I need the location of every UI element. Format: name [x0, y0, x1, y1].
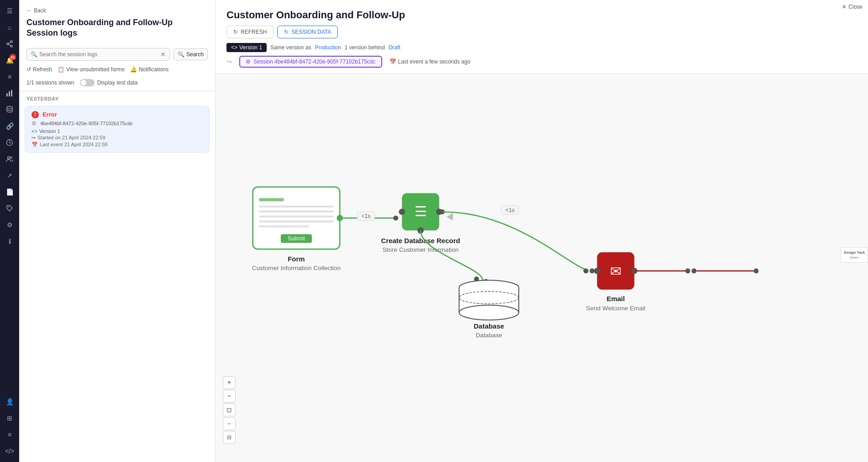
email-node[interactable]: ✉: [594, 252, 637, 290]
svg-point-57: [754, 268, 759, 273]
info-nav-icon[interactable]: ℹ: [2, 234, 17, 249]
create-db-node[interactable]: ☰: [399, 193, 442, 234]
zoom-in-button[interactable]: +: [223, 376, 236, 389]
notifications-button[interactable]: 🔔 Notifications: [130, 66, 168, 73]
svg-point-2: [11, 45, 12, 47]
home-nav-icon[interactable]: ⌂: [2, 20, 17, 35]
toggle-switch[interactable]: [80, 79, 95, 86]
search-input[interactable]: [39, 51, 160, 58]
email-sublabel: Send Welcome Email: [586, 305, 646, 312]
chip-gear-icon: ⚙: [246, 58, 251, 65]
session-card[interactable]: ! Error ⚙ 4be484bf-8472-420e-905f-77102b…: [25, 106, 210, 153]
session-arrow-icon: ↪: [226, 58, 232, 65]
person-nav-icon[interactable]: 👤: [2, 394, 17, 409]
main-area: ✕ Close Customer Onboarding and Follow-U…: [216, 0, 868, 462]
close-x-icon: ✕: [842, 4, 847, 10]
search-input-wrap[interactable]: 🔍 ✕: [26, 48, 170, 61]
back-arrow-icon: ←: [26, 7, 32, 14]
search-button[interactable]: 🔍 Search: [174, 48, 208, 60]
version-text: Version 1: [39, 128, 60, 134]
users-nav-icon[interactable]: [2, 152, 17, 166]
svg-rect-16: [259, 206, 333, 207]
svg-rect-5: [6, 93, 8, 96]
form-node[interactable]: Submit: [253, 187, 343, 249]
production-link[interactable]: Production: [315, 44, 341, 51]
workflow-modal: ✕ Close Customer Onboarding and Follow-U…: [216, 0, 868, 462]
collapse-button[interactable]: ⊟: [223, 431, 236, 444]
session-version-row: <> Version 1: [32, 128, 203, 134]
svg-marker-34: [447, 213, 453, 220]
list2-nav-icon[interactable]: ≡: [2, 427, 17, 442]
svg-point-0: [7, 43, 9, 45]
stats-row: 1/1 sessions shown Display test data: [19, 76, 215, 91]
page-nav-icon[interactable]: 📄: [2, 185, 17, 199]
list-nav-icon[interactable]: ≡: [2, 69, 17, 84]
email-label: Email: [606, 295, 625, 303]
svg-line-3: [9, 42, 11, 43]
svg-point-41: [459, 305, 519, 320]
forms-icon: 📋: [58, 66, 64, 73]
database-node[interactable]: [459, 280, 519, 320]
expand-button[interactable]: ↔: [223, 417, 236, 430]
grid-nav-icon[interactable]: ⊞: [2, 411, 17, 425]
svg-text:<1s: <1s: [361, 213, 370, 219]
svg-line-4: [9, 44, 11, 46]
svg-rect-19: [259, 221, 333, 223]
assign-task-node[interactable]: Assign Task Sales: [841, 247, 868, 263]
link-nav-icon[interactable]: 🔗: [2, 119, 17, 133]
clear-search-button[interactable]: ✕: [160, 51, 166, 58]
search-icon: 🔍: [31, 51, 37, 58]
started-row: ↦ Started on 21 April 2024 22:59: [32, 135, 203, 141]
toolbar-row: ↺ Refresh 📋 View unsubmitted forms 🔔 Not…: [19, 64, 215, 76]
svg-point-1: [11, 41, 12, 42]
svg-rect-18: [259, 216, 333, 218]
workflow-canvas: Submit Form Customer Information Collect…: [216, 74, 868, 462]
fit-view-button[interactable]: ⊡: [223, 404, 236, 416]
session-id-row: ⚙ 4be484bf-8472-420e-905f-77102b175cdc: [32, 120, 203, 127]
svg-point-10: [8, 157, 10, 159]
refresh-workflow-button[interactable]: ↻ REFRESH: [226, 26, 274, 38]
version-badge: <> Version 1: [226, 43, 267, 52]
zoom-controls: + − ⊡ ↔ ⊟: [223, 376, 236, 444]
started-icon: ↦: [32, 135, 36, 141]
chart-nav-icon[interactable]: [2, 86, 17, 101]
view-forms-button[interactable]: 📋 View unsubmitted forms: [58, 66, 125, 73]
section-yesterday: Yesterday: [19, 91, 215, 104]
refresh-icon: ↺: [26, 66, 31, 73]
clock-nav-icon[interactable]: [2, 135, 17, 150]
session-chip[interactable]: ⚙ Session 4be484bf-8472-420e-905f-77102b…: [239, 56, 382, 68]
svg-rect-15: [259, 198, 284, 202]
database-nav-icon[interactable]: [2, 102, 17, 117]
svg-point-11: [11, 157, 12, 159]
refresh-circle-icon: ↻: [233, 29, 238, 35]
refresh-button[interactable]: ↺ Refresh: [26, 66, 52, 73]
share2-nav-icon[interactable]: ↗: [2, 168, 17, 183]
svg-point-54: [685, 268, 690, 273]
toggle-knob: [81, 80, 86, 85]
search-btn-icon: 🔍: [178, 51, 184, 58]
code-nav-icon[interactable]: </>: [2, 444, 17, 458]
last-event-row: 📅 Last event 21 April 2024 22:59: [32, 142, 203, 148]
svg-point-13: [8, 207, 9, 208]
modal-header: Customer Onboarding and Follow-Up ↻ REFR…: [216, 0, 868, 74]
settings-nav-icon[interactable]: ⚙: [2, 218, 17, 232]
zoom-out-button[interactable]: −: [223, 390, 236, 403]
draft-link[interactable]: Draft: [389, 44, 400, 51]
svg-point-28: [393, 216, 398, 221]
left-nav: ☰ ⌂ 🔔 91 ≡ 🔗: [0, 0, 19, 462]
session-data-button[interactable]: ↻ SESSION DATA: [277, 26, 338, 38]
form-label: Form: [288, 255, 305, 263]
create-db-label: Create Database Record: [381, 237, 460, 244]
share-nav-icon[interactable]: [2, 37, 17, 51]
display-test-data-toggle[interactable]: Display test data: [80, 79, 138, 86]
notifications-nav-icon[interactable]: 🔔 91: [2, 53, 17, 68]
menu-nav-icon[interactable]: ☰: [2, 4, 17, 18]
back-button[interactable]: ← Back: [26, 7, 208, 14]
svg-marker-12: [7, 206, 12, 211]
error-row: ! Error: [32, 111, 203, 118]
svg-point-8: [7, 106, 12, 109]
svg-rect-7: [11, 90, 12, 96]
tag-nav-icon[interactable]: [2, 201, 17, 216]
modal-close-button[interactable]: ✕ Close: [842, 4, 863, 10]
svg-point-31: [399, 209, 405, 215]
